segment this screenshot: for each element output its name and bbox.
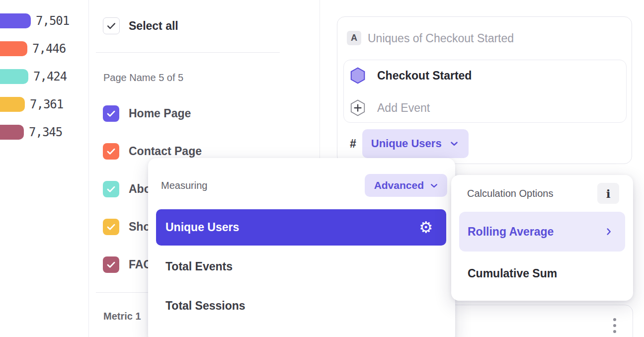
calc-option-label: Cumulative Sum [468,267,557,280]
event-hexagon-icon [350,67,365,84]
legend-item: 7,361 [0,97,63,112]
filter-item-home-page[interactable]: Home Page [103,105,191,122]
filter-item-label: Sho [129,220,150,234]
measuring-title: Measuring [161,180,207,191]
menu-option-label: Total Sessions [156,299,245,313]
advanced-mode-label: Advanced [374,179,424,191]
legend-value: 7,446 [32,42,66,56]
info-icon[interactable]: i [597,183,619,204]
legend-value: 7,501 [36,14,69,28]
measure-row: # Unique Users [350,129,469,158]
menu-option-unique-users[interactable]: Unique Users ⚙ [156,209,446,246]
filter-item-about-page[interactable]: Abo [103,181,151,197]
count-symbol: # [350,137,356,151]
calculation-options-header: Calculation Options i [467,182,619,205]
event-card: Checkout Started Add Event [343,60,627,123]
measuring-menu: Measuring Advanced Unique Users ⚙ Total … [148,158,455,337]
gear-icon[interactable]: ⚙ [419,220,433,235]
filter-item-contact-page[interactable]: Contact Page [103,143,202,160]
measuring-menu-header: Measuring Advanced [161,174,447,197]
check-icon [106,146,116,157]
calc-option-cumulative-sum[interactable]: Cumulative Sum [459,253,625,293]
legend-item: 7,501 [0,13,69,28]
filter-item-label: Contact Page [129,145,202,158]
legend-bar-swatch [0,41,27,56]
panel-divider-left [88,0,89,337]
chevron-right-icon [603,226,614,237]
checkbox-checked[interactable] [103,181,119,197]
calc-option-rolling-average[interactable]: Rolling Average [459,212,625,252]
legend-item: 7,345 [0,125,62,140]
series-title-input[interactable]: Uniques of Checkout Started [368,32,514,45]
calc-option-label: Rolling Average [468,225,554,239]
chevron-down-icon [429,180,439,191]
menu-option-label: Unique Users [165,221,239,234]
check-icon [106,20,117,31]
legend-value: 7,424 [33,70,67,84]
add-event-label: Add Event [377,101,430,115]
measure-dropdown[interactable]: Unique Users [362,129,469,158]
query-builder-card: A Uniques of Checkout Started Checkout S… [337,16,632,164]
menu-option-label: Total Events [156,260,233,273]
legend-value: 7,361 [30,97,63,111]
checkbox-checked[interactable] [103,143,119,160]
check-icon [106,108,116,119]
calculation-options-title: Calculation Options [467,188,553,199]
kebab-menu-icon[interactable] [613,318,616,333]
select-all-row[interactable]: Select all [103,17,178,34]
add-event-hexagon-icon [350,99,365,116]
legend-bar-swatch [0,13,31,28]
legend-item: 7,424 [0,69,67,84]
analytics-screen: 7,501 7,446 7,424 7,361 7,345 Select all… [0,0,644,337]
measure-dropdown-value: Unique Users [371,137,442,150]
add-event-row[interactable]: Add Event [350,99,430,116]
legend-value: 7,345 [29,125,62,139]
checkbox-checked[interactable] [103,219,119,235]
check-icon [106,259,116,270]
menu-option-total-sessions[interactable]: Total Sessions [156,288,446,324]
check-icon [106,184,116,194]
legend-bar-swatch [0,69,28,84]
filter-item-label: Abo [129,182,151,196]
legend-item: 7,446 [0,41,66,56]
filter-item-label: Home Page [129,107,191,120]
filter-group-label: Page Name 5 of 5 [103,72,183,84]
advanced-mode-dropdown[interactable]: Advanced [365,174,447,197]
event-row[interactable]: Checkout Started [350,67,472,84]
series-badge: A [347,31,361,45]
chevron-down-icon [449,138,460,149]
calculation-options-menu: Calculation Options i Rolling Average Cu… [451,175,633,301]
menu-option-total-events[interactable]: Total Events [156,249,446,285]
metric-label: Metric 1 [103,311,141,322]
checkbox-checked[interactable] [103,256,119,273]
legend-bar-swatch [0,97,25,112]
filter-item-faq-page[interactable]: FAC [103,256,152,273]
select-all-checkbox[interactable] [103,17,120,34]
select-all-label: Select all [129,19,178,33]
legend-bar-swatch [0,125,24,140]
event-name: Checkout Started [377,69,472,83]
filter-item-shop-page[interactable]: Sho [103,219,150,235]
checkbox-checked[interactable] [103,105,119,122]
check-icon [106,222,116,232]
filter-divider [96,52,280,53]
